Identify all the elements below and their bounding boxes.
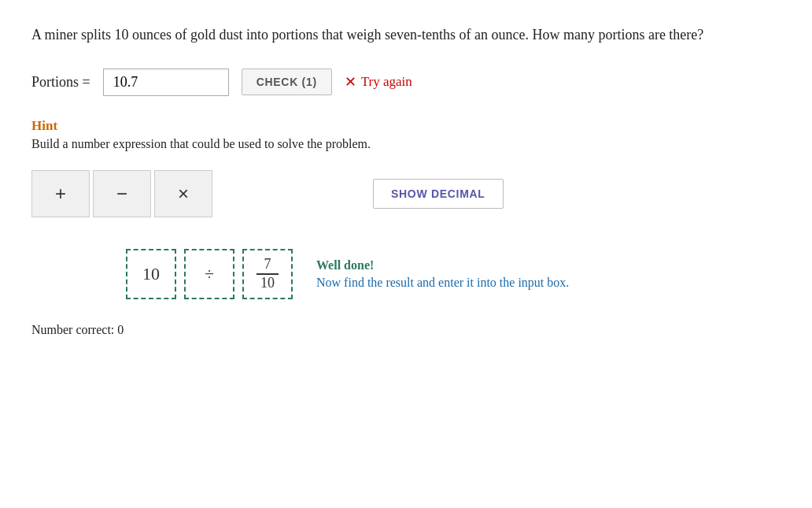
well-done-title: Well done! — [316, 258, 569, 273]
expression-tile-2: ÷ — [184, 249, 234, 299]
try-again[interactable]: ✕ Try again — [345, 73, 412, 91]
operators-row: + − × SHOW DECIMAL — [31, 170, 781, 217]
expression-tile-1: 10 — [126, 249, 176, 299]
fraction-denominator: 10 — [260, 276, 275, 291]
minus-button[interactable]: − — [93, 170, 151, 217]
fraction-numerator: 7 — [264, 257, 271, 273]
check-button[interactable]: CHECK (1) — [242, 69, 332, 95]
times-button[interactable]: × — [154, 170, 212, 217]
well-done-body: Now find the result and enter it into th… — [316, 276, 569, 290]
expression-area: 10 ÷ 7 10 Well done! Now find the result… — [126, 249, 781, 299]
hint-section: Hint Build a number expression that coul… — [31, 118, 781, 151]
plus-button[interactable]: + — [31, 170, 90, 217]
well-done-message: Well done! Now find the result and enter… — [316, 258, 569, 290]
hint-text: Build a number expression that could be … — [31, 137, 781, 151]
hint-title: Hint — [31, 118, 781, 134]
answer-input[interactable] — [103, 69, 229, 96]
number-correct: Number correct: 0 — [31, 323, 781, 337]
x-icon: ✕ — [345, 73, 356, 91]
question-text: A miner splits 10 ounces of gold dust in… — [31, 24, 781, 46]
portions-label: Portions = — [31, 74, 90, 91]
answer-row: Portions = CHECK (1) ✕ Try again — [31, 69, 781, 96]
show-decimal-button[interactable]: SHOW DECIMAL — [373, 179, 504, 209]
expression-tile-3: 7 10 — [242, 249, 293, 299]
